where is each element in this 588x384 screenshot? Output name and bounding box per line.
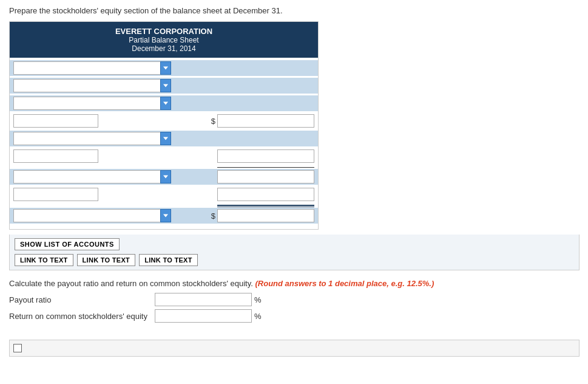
bs-row-2	[10, 78, 318, 94]
row8-value-input[interactable]	[217, 188, 314, 201]
row6-value-input[interactable]	[217, 149, 314, 163]
row2-select-container	[13, 79, 171, 92]
bs-row-4: $	[13, 113, 314, 129]
payout-percent-sign: %	[254, 295, 262, 304]
payout-ratio-label: Payout ratio	[9, 295, 155, 304]
link-to-text-button-3[interactable]: LINK TO TEXT	[139, 254, 198, 266]
row1-select-arrow[interactable]	[160, 61, 171, 75]
return-equity-row: Return on common stockholders' equity %	[9, 309, 579, 323]
return-percent-sign: %	[254, 312, 262, 321]
bs-row-8	[13, 187, 314, 202]
show-accounts-button[interactable]: SHOW LIST OF ACCOUNTS	[15, 238, 120, 250]
row2-select-field[interactable]	[13, 79, 160, 92]
row9-select-container	[13, 209, 171, 222]
bs-row-1	[10, 60, 318, 76]
row5-select-field[interactable]	[13, 132, 160, 145]
row3-select-container	[13, 97, 171, 110]
bs-row-3	[10, 95, 318, 111]
row2-select-arrow[interactable]	[160, 79, 171, 92]
ratio-table: Payout ratio % Return on common stockhol…	[9, 293, 579, 323]
row7-select-arrow[interactable]	[160, 170, 171, 183]
bottom-bar	[9, 340, 580, 357]
payout-ratio-row: Payout ratio %	[9, 293, 579, 306]
bottom-checkbox[interactable]	[13, 344, 22, 352]
row4-amount-input[interactable]	[217, 114, 314, 128]
bs-subtitle2: December 31, 2014	[13, 44, 314, 53]
section-two-main-text: Calculate the payout ratio and return on…	[9, 279, 253, 288]
row4-dollar-sign: $	[211, 117, 215, 126]
bs-row-6	[13, 148, 314, 164]
section-two-text: Calculate the payout ratio and return on…	[9, 279, 579, 288]
row7-value-input[interactable]	[217, 170, 314, 183]
bs-subtitle1: Partial Balance Sheet	[13, 36, 314, 44]
return-equity-label: Return on common stockholders' equity	[9, 312, 155, 321]
link-to-text-button-2[interactable]: LINK TO TEXT	[77, 254, 136, 266]
bs-row-9: $	[10, 208, 318, 224]
balance-sheet-header: EVERETT CORPORATION Partial Balance Shee…	[10, 22, 318, 58]
row9-amount-input[interactable]	[217, 209, 314, 222]
balance-sheet-container: EVERETT CORPORATION Partial Balance Shee…	[9, 21, 319, 230]
row8-label-input[interactable]	[13, 188, 98, 201]
row9-select-field[interactable]	[13, 209, 160, 222]
row5-select-arrow[interactable]	[160, 132, 171, 145]
section-two: Calculate the payout ratio and return on…	[9, 279, 579, 334]
row3-select-arrow[interactable]	[160, 97, 171, 110]
row6-label-input[interactable]	[13, 149, 98, 163]
row1-select-container	[13, 61, 171, 75]
row4-label-input[interactable]	[13, 114, 98, 128]
row9-select-arrow[interactable]	[160, 209, 171, 222]
row5-select-container	[13, 132, 171, 145]
return-equity-input[interactable]	[155, 309, 252, 323]
bs-form-body: $	[10, 58, 318, 229]
bs-row-7	[10, 169, 318, 185]
link-to-text-button-1[interactable]: LINK TO TEXT	[15, 254, 73, 266]
intro-text: Prepare the stockholders' equity section…	[9, 6, 579, 15]
bs-row-5	[10, 131, 318, 146]
row7-select-field[interactable]	[13, 170, 160, 183]
row1-select-field[interactable]	[13, 61, 160, 75]
link-bar: LINK TO TEXT LINK TO TEXT LINK TO TEXT	[15, 254, 574, 266]
payout-ratio-input[interactable]	[155, 293, 252, 306]
row9-dollar-sign: $	[211, 211, 215, 221]
section-two-instruction: (Round answers to 1 decimal place, e.g. …	[255, 279, 434, 288]
row3-select-field[interactable]	[13, 97, 160, 110]
corp-name: EVERETT CORPORATION	[13, 27, 314, 36]
action-bar: SHOW LIST OF ACCOUNTS LINK TO TEXT LINK …	[9, 235, 580, 270]
row7-select-container	[13, 170, 171, 183]
